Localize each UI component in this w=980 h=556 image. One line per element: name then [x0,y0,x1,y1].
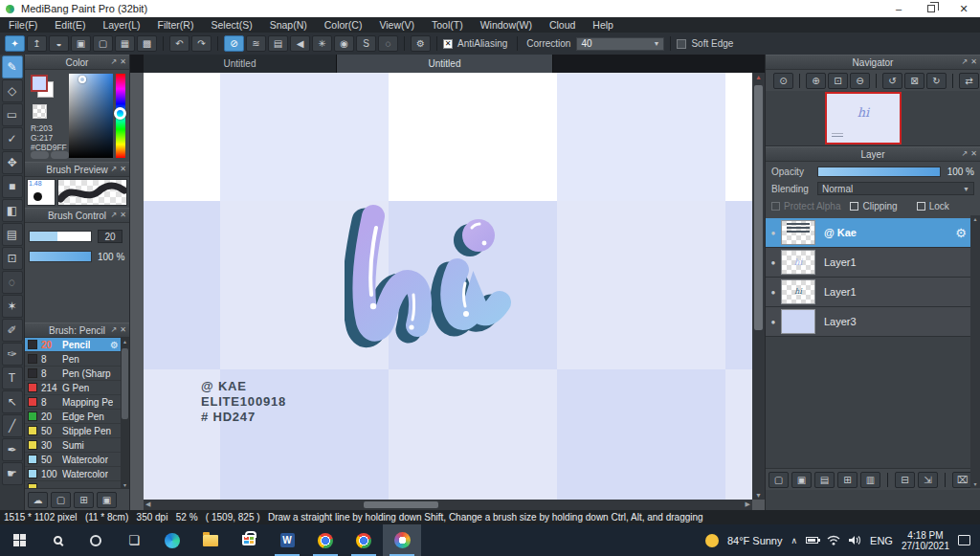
flip-view-button[interactable]: ⇄ [959,73,979,89]
brush-size-slider[interactable] [29,231,92,242]
cloud-brush-button[interactable]: ☁ [28,492,48,508]
lock-checkbox[interactable] [917,202,925,211]
tray-expand-icon[interactable]: ∧ [791,536,798,545]
scroll-up-icon[interactable]: ▲ [752,74,765,80]
hue-marker[interactable] [114,107,126,120]
bucket-tool[interactable]: ◧ [2,199,23,222]
brush-settings-icon[interactable]: ⚙ [110,340,119,350]
close-icon[interactable]: ✕ [120,211,126,219]
brush-item-pencil[interactable]: 20 Pencil ⚙ [25,338,129,352]
layer-opacity-slider[interactable] [817,167,941,177]
color-pick-button[interactable] [51,151,69,159]
snap-settings-button[interactable]: ⚙ [411,35,431,52]
comment-button[interactable]: ◒ [49,35,69,52]
menu-tool[interactable]: Tool(T) [423,17,472,33]
taskbar-search-button[interactable] [38,524,77,556]
figure-tool[interactable]: ▭ [2,103,23,126]
divide-tool[interactable]: ╱ [2,414,23,437]
correction-dropdown[interactable]: 40 ▼ [576,37,664,51]
scroll-left-icon[interactable]: ◀ [145,500,150,508]
select-tool[interactable]: ⊡ [2,247,23,270]
snap-radial-button[interactable]: ✳ [312,35,332,52]
taskbar-chrome-1[interactable] [306,524,345,556]
taskbar-word[interactable]: W [268,524,306,556]
fit-screen-button[interactable]: ⊡ [828,73,848,89]
new-brush-button[interactable]: ▢ [51,492,71,508]
menu-color[interactable]: Color(C) [316,17,371,33]
publish-button[interactable]: ↥ [27,35,47,52]
add-brush-menu-button[interactable]: ⊞ [74,492,94,508]
comment-panel-button[interactable]: ▣ [71,35,91,52]
snap-off-button[interactable]: ⊘ [224,35,244,52]
new-layer-button[interactable]: ▢ [768,472,789,488]
merge-layer-button[interactable]: ⇲ [918,472,938,488]
menu-help[interactable]: Help [584,17,622,33]
close-icon[interactable]: ✕ [120,325,126,334]
panel-layout-button[interactable]: ▩ [137,35,157,52]
menu-select[interactable]: Select(S) [202,17,260,33]
snap-parallel-button[interactable]: ≋ [246,35,266,52]
layer-list-scrollbar[interactable]: ▴▾ [970,215,980,488]
polyline-tool[interactable]: ✓ [2,127,23,150]
visibility-dot-icon[interactable]: ● [766,229,781,237]
eyedropper-tool[interactable]: ✒ [2,438,23,461]
layer-row-kae[interactable]: ● @ Kae ⚙ [766,218,980,248]
cortana-button[interactable] [77,524,115,556]
brush-item-watercolor[interactable]: 50 Watercolor [25,453,129,467]
clock[interactable]: 4:18 PM 27/10/2021 [902,530,949,551]
popout-icon[interactable]: ↗ [111,325,118,334]
start-button[interactable] [0,524,38,556]
zoom-actual-button[interactable]: ⊙ [773,73,793,89]
scroll-right-icon[interactable]: ▶ [746,500,750,508]
close-icon[interactable]: ✕ [120,165,126,173]
foreground-color-swatch[interactable] [31,75,48,92]
medibang-home-button[interactable]: ✦ [5,35,25,52]
new-folder-button[interactable]: ▥ [860,472,880,488]
rotate-right-button[interactable]: ↻ [926,73,947,89]
horizontal-scroll-thumb[interactable] [364,501,438,508]
snap-vanishing-button[interactable]: ◀ [290,35,310,52]
rotate-left-button[interactable]: ↺ [882,73,902,89]
drawing-canvas[interactable]: @ KAE ELITE100918 # HD247 [144,73,752,500]
protect-alpha-checkbox[interactable] [771,202,780,211]
snap-curve-button[interactable]: S [356,35,376,52]
snap-ellipse-button[interactable]: ◌ [378,35,398,52]
layer-row-1[interactable]: ● hi Layer1 [766,248,980,278]
add-layer-menu-button[interactable]: ⊞ [837,472,858,488]
minimize-button[interactable]: – [882,0,915,17]
lasso-tool[interactable]: ◌ [2,271,23,294]
hand-tool[interactable]: ☛ [2,462,23,485]
soft-edge-checkbox[interactable] [677,39,686,49]
menu-snap[interactable]: Snap(N) [261,17,316,33]
select-eraser-tool[interactable]: ✑ [2,343,23,366]
menu-layer[interactable]: Layer(L) [94,17,148,33]
brush-opacity-slider[interactable] [29,251,92,262]
zoom-in-button[interactable]: ⊕ [806,73,826,89]
brush-list-scrollbar[interactable]: ▴▾ [121,338,129,488]
popout-icon[interactable]: ↗ [111,57,118,66]
delete-layer-button[interactable]: ⌧ [952,472,972,488]
weather-text[interactable]: 84°F Sunny [727,535,783,546]
action-center-icon[interactable] [958,535,970,545]
duplicate-layer-button[interactable]: ⊟ [895,472,915,488]
popout-icon[interactable]: ↗ [111,165,118,173]
brush-item-gpen[interactable]: 214 G Pen [25,381,129,395]
taskbar-medibang[interactable] [383,524,421,556]
new-8bit-layer-button[interactable]: ▣ [791,472,812,488]
sv-marker[interactable] [78,76,86,83]
close-icon[interactable]: ✕ [970,57,977,66]
brush-script-button[interactable]: ▣ [97,492,117,508]
brush-item-sumi[interactable]: 30 Sumi [25,438,129,453]
brush-tool[interactable]: ✎ [2,56,23,78]
restore-button[interactable] [915,0,947,17]
close-icon[interactable]: ✕ [970,149,977,158]
taskbar-store[interactable] [230,524,268,556]
clipping-checkbox[interactable] [850,202,858,211]
volume-icon[interactable] [849,535,861,545]
layer-row-2[interactable]: ● hi Layer1 [766,278,980,307]
move-tool[interactable]: ✥ [2,151,23,174]
blending-dropdown[interactable]: Normal ▼ [817,182,974,195]
brush-item-pen-sharp[interactable]: 8 Pen (Sharp [25,367,129,381]
canvas-vertical-scrollbar[interactable]: ▲ ▼ [752,73,765,500]
gradient-tool[interactable]: ▤ [2,223,23,246]
